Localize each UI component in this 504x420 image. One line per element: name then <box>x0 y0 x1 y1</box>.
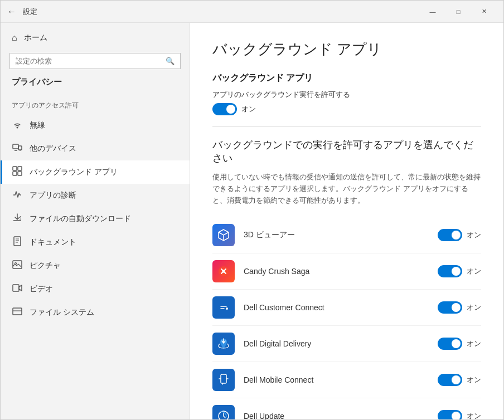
pictures-label: ピクチャ <box>30 261 61 271</box>
home-label: ホーム <box>24 33 47 43</box>
app-toggle-3d-viewer[interactable]: オン <box>438 229 481 241</box>
sidebar-item-videos[interactable]: ビデオ <box>1 277 190 301</box>
app-row-dell-delivery: Dell Digital Delivery オン <box>212 326 481 362</box>
toggle-state-3d: オン <box>467 230 481 240</box>
svg-point-14 <box>226 307 228 310</box>
svg-rect-10 <box>13 308 22 315</box>
sidebar-item-diagnostics[interactable]: アプリの診断 <box>1 184 190 207</box>
maximize-button[interactable]: □ <box>445 1 471 23</box>
toggle-state-dell-connect: オン <box>467 302 481 312</box>
back-button[interactable]: ← <box>7 7 16 17</box>
sidebar-item-wireless[interactable]: 無線 <box>1 114 190 137</box>
toggle-state-dell-delivery: オン <box>467 339 481 349</box>
toggle-3d-viewer[interactable]: オン <box>438 229 481 241</box>
toggle-state-dell-mobile: オン <box>467 375 481 385</box>
privacy-section-label: プライバシー <box>1 74 190 93</box>
section2-title: バックグラウンドでの実行を許可するアプリを選んでください <box>212 138 481 165</box>
document-icon <box>12 236 23 248</box>
svg-rect-2 <box>13 167 17 170</box>
wireless-label: 無線 <box>30 120 45 130</box>
app-icon-dell-update <box>212 405 235 419</box>
section-description: 使用していない時でも情報の受信や通知の送信を許可して、常に最新の状態を維持できる… <box>212 172 481 206</box>
app-toggle-candy[interactable]: オン <box>438 265 481 277</box>
main-toggle[interactable]: オン <box>212 103 256 115</box>
window-title: 設定 <box>23 7 420 17</box>
devices-icon <box>12 143 23 155</box>
filesystem-icon <box>12 306 23 319</box>
documents-label: ドキュメント <box>30 237 76 247</box>
picture-icon <box>12 260 23 272</box>
sidebar-item-background-apps[interactable]: バックグラウンド アプリ <box>1 160 190 184</box>
apps-icon <box>12 166 23 178</box>
sidebar-item-auto-download[interactable]: ファイルの自動ダウンロード <box>1 207 190 231</box>
toggle-track-dell-mobile <box>438 374 462 386</box>
app-row-candy-crush: Candy Crush Saga オン <box>212 253 481 290</box>
app-name-dell-connect: Dell Customer Connect <box>244 303 438 312</box>
window-controls: — □ ✕ <box>420 1 497 23</box>
auto-download-label: ファイルの自動ダウンロード <box>30 214 131 224</box>
sidebar-item-home[interactable]: ⌂ ホーム <box>1 27 190 48</box>
toggle-thumb-dell-delivery <box>452 339 461 348</box>
divider <box>212 126 481 127</box>
app-toggle-dell-connect[interactable]: オン <box>438 301 481 314</box>
sidebar: ⌂ ホーム 🔍 プライバシー アプリのアクセス許可 無線 <box>1 23 190 419</box>
toggle-track-dell-update <box>438 410 462 419</box>
toggle-track-dell-delivery <box>438 338 462 350</box>
download-icon <box>12 213 23 225</box>
home-icon: ⌂ <box>12 33 17 43</box>
sidebar-item-other-devices[interactable]: 他のデバイス <box>1 137 190 160</box>
svg-rect-6 <box>14 237 21 246</box>
search-box[interactable]: 🔍 <box>9 53 181 69</box>
svg-rect-15 <box>221 374 226 383</box>
page-title: バックグラウンド アプリ <box>212 40 481 59</box>
app-toggle-dell-delivery[interactable]: オン <box>438 338 481 350</box>
app-name-dell-mobile: Dell Mobile Connect <box>244 375 438 384</box>
toggle-state-candy: オン <box>467 266 481 276</box>
diagnostics-label: アプリの診断 <box>30 191 76 201</box>
settings-window: ← 設定 — □ ✕ ⌂ ホーム 🔍 プライバシー アプリのアクセス許可 <box>0 0 504 420</box>
toggle-state-dell-update: オン <box>467 411 481 419</box>
svg-rect-3 <box>18 167 22 170</box>
svg-rect-9 <box>13 285 19 291</box>
toggle-thumb-dell-connect <box>452 303 461 312</box>
titlebar: ← 設定 — □ ✕ <box>1 1 503 23</box>
app-icon-dell-delivery <box>212 333 235 355</box>
toggle-thumb <box>226 105 235 114</box>
sidebar-item-pictures[interactable]: ピクチャ <box>1 254 190 277</box>
sidebar-item-documents[interactable]: ドキュメント <box>1 231 190 254</box>
app-row-3d-viewer: 3D ビューアー オン <box>212 217 481 253</box>
main-toggle-label: アプリのバックグラウンド実行を許可する <box>212 90 481 100</box>
other-devices-label: 他のデバイス <box>30 144 76 154</box>
toggle-track <box>212 103 237 115</box>
search-icon: 🔍 <box>166 57 175 65</box>
app-toggle-dell-mobile[interactable]: オン <box>438 374 481 386</box>
app-name-dell-delivery: Dell Digital Delivery <box>244 339 438 348</box>
wireless-icon <box>12 119 23 131</box>
app-icon-3d-viewer <box>212 224 235 246</box>
svg-rect-13 <box>219 304 229 311</box>
video-icon <box>12 283 23 295</box>
toggle-track-3d <box>438 229 462 241</box>
app-toggle-dell-update[interactable]: オン <box>438 410 481 419</box>
app-row-dell-mobile: Dell Mobile Connect オン <box>212 362 481 398</box>
svg-rect-0 <box>13 144 18 149</box>
toggle-thumb-dell-mobile <box>452 375 461 384</box>
toggle-thumb-candy <box>452 267 461 276</box>
toggle-candy[interactable]: オン <box>438 265 481 277</box>
main-toggle-row: オン <box>212 103 481 115</box>
toggle-dell-update[interactable]: オン <box>438 410 481 419</box>
diagnostics-icon <box>12 189 23 202</box>
access-section-label: アプリのアクセス許可 <box>1 93 190 114</box>
toggle-dell-connect[interactable]: オン <box>438 301 481 314</box>
close-button[interactable]: ✕ <box>471 1 497 23</box>
app-icon-candy-crush <box>212 260 235 282</box>
app-row-dell-connect: Dell Customer Connect オン <box>212 290 481 326</box>
toggle-track-candy <box>438 265 462 277</box>
videos-label: ビデオ <box>30 284 53 294</box>
app-row-dell-update: Dell Update オン <box>212 398 481 419</box>
minimize-button[interactable]: — <box>420 1 445 23</box>
search-input[interactable] <box>16 57 166 65</box>
toggle-dell-delivery[interactable]: オン <box>438 338 481 350</box>
toggle-dell-mobile[interactable]: オン <box>438 374 481 386</box>
sidebar-item-filesystem[interactable]: ファイル システム <box>1 301 190 324</box>
